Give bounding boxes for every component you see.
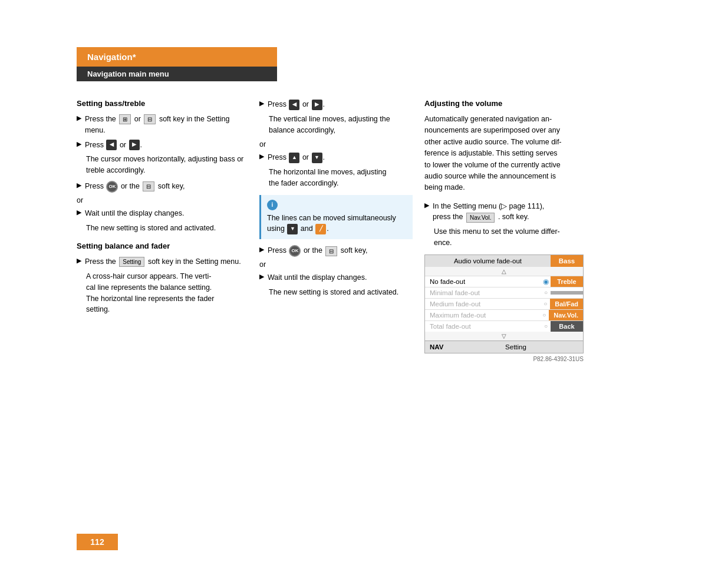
bullet-text: Press the Setting soft key in the Settin… [85, 256, 241, 267]
arrow-down: ▽ [425, 332, 583, 340]
info-icon: i [267, 200, 278, 210]
nav-title: Navigation* [87, 52, 136, 62]
radio-empty: ○ [539, 312, 549, 318]
table-row: No fade-out ◉ Treble [425, 276, 583, 287]
balfad-button[interactable]: Bal/Fad [550, 299, 583, 309]
right-para1: Automatically generated navigation an- n… [424, 114, 607, 194]
radio-selected: ◉ [541, 277, 551, 286]
list-item: ▶ Press ◀ or ▶. [259, 99, 413, 110]
bullet-arrow: ▶ [77, 257, 81, 265]
section2-heading: Setting balance and fader [77, 242, 248, 250]
row-label: Minimal fade-out [425, 287, 541, 298]
para-text: The vertical line moves, adjusting the b… [269, 114, 413, 136]
soft-key-icon4: ⊟ [325, 246, 337, 256]
audio-table-footer: NAV Setting [425, 340, 583, 353]
slash-icon: ╱ [315, 224, 326, 234]
page-wrapper: Navigation* Navigation main menu Setting… [0, 47, 728, 562]
list-item: ▶ Press the ⊞ or ⊟ soft key in the Setti… [77, 114, 248, 136]
row-label: Maximum fade-out [425, 310, 539, 320]
para-text: The cursor moves horizontally, adjusting… [86, 154, 248, 176]
back-button[interactable]: Back [551, 321, 583, 332]
bullet-arrow: ▶ [259, 246, 264, 253]
or-text: or [77, 196, 248, 204]
navvol-button[interactable]: Nav.Vol. [549, 310, 583, 320]
para-text: The new setting is stored and activated. [86, 223, 248, 234]
soft-key-icon3: ⊟ [143, 181, 154, 191]
right-para2: Use this menu to set the volume differ- … [434, 226, 607, 249]
row-label: No fade-out [425, 276, 541, 287]
or-text: or [259, 260, 413, 269]
page-number: 112 [77, 534, 118, 550]
caption-text: P82.86-4392-31US [424, 356, 584, 362]
bullet-text: Press the ⊞ or ⊟ soft key in the Setting… [85, 114, 248, 136]
footer-setting: Setting [449, 341, 583, 353]
bullet-text: Press OK or the ⊟ soft key, [268, 245, 367, 257]
table-row: Total fade-out ○ Back [425, 320, 583, 332]
bullet-text: Press ▲ or ▼. [268, 152, 325, 163]
list-item: ▶ Press OK or the ⊟ soft key, [259, 245, 413, 257]
bass-button[interactable]: Bass [551, 255, 583, 267]
row-label: Medium fade-out [425, 299, 541, 309]
or-text: or [259, 140, 413, 148]
bullet-arrow: ▶ [424, 201, 429, 209]
bullet-text: Wait until the display changes. [268, 272, 367, 283]
list-item: ▶ In the Setting menu (▷ page 111), pres… [424, 201, 607, 223]
content-area: Setting bass/treble ▶ Press the ⊞ or ⊟ s… [77, 99, 651, 362]
audio-table-title: Audio volume fade-out [425, 255, 551, 267]
table-row: Minimal fade-out ○ [425, 287, 583, 298]
list-item: ▶ Press ▲ or ▼. [259, 152, 413, 163]
down-icon: ▼ [312, 153, 322, 163]
treble-button[interactable]: Treble [551, 276, 583, 287]
audio-table-header: Audio volume fade-out Bass [425, 255, 583, 267]
bullet-arrow: ▶ [77, 140, 81, 148]
para-text: The horizontal line moves, adjusting the… [269, 167, 413, 189]
para-text: A cross-hair cursor appears. The verti- … [86, 271, 248, 315]
nav-subtitle: Navigation main menu [87, 70, 169, 78]
ok-icon2: OK [289, 245, 301, 257]
table-row: Medium fade-out ○ Bal/Fad [425, 298, 583, 309]
arrow-up: △ [425, 267, 583, 276]
list-item: ▶ Wait until the display changes. [259, 272, 413, 283]
col-middle: ▶ Press ◀ or ▶. The vertical line moves,… [259, 99, 424, 362]
down-icon2: ▼ [287, 224, 298, 234]
list-item: ▶ Press ◀ or ▶. [77, 140, 248, 151]
list-item: ▶ Press OK or the ⊟ soft key, [77, 181, 248, 193]
bullet-arrow: ▶ [259, 153, 264, 160]
header-section: Navigation* Navigation main menu [77, 47, 277, 81]
bullet-text: Wait until the display changes. [85, 208, 184, 219]
right-arrow-icon: ▶ [129, 140, 140, 150]
soft-key-navvol: Nav.Vol. [466, 213, 495, 223]
bullet-arrow: ▶ [259, 273, 264, 280]
footer-nav: NAV [425, 341, 449, 353]
soft-key-setting: Setting [119, 257, 144, 267]
next-icon: ▶ [312, 100, 322, 110]
nav-subtitle-bar: Navigation main menu [77, 67, 277, 81]
bullet-text: In the Setting menu (▷ page 111), press … [433, 201, 544, 223]
left-arrow-icon: ◀ [106, 140, 117, 150]
soft-key-icon2: ⊟ [144, 114, 156, 124]
info-box: i The lines can be moved simultaneously … [259, 195, 413, 240]
col-left: Setting bass/treble ▶ Press the ⊞ or ⊟ s… [77, 99, 259, 362]
bullet-text: Press ◀ or ▶. [268, 99, 325, 110]
nav-title-bar: Navigation* [77, 47, 277, 67]
radio-empty: ○ [541, 323, 551, 329]
list-item: ▶ Press the Setting soft key in the Sett… [77, 256, 248, 267]
prev-icon: ◀ [289, 100, 299, 110]
table-row: Maximum fade-out ○ Nav.Vol. [425, 309, 583, 320]
bullet-arrow: ▶ [77, 114, 81, 122]
right-heading: Adjusting the volume [424, 99, 607, 108]
radio-empty: ○ [541, 300, 550, 307]
bullet-arrow: ▶ [77, 209, 81, 216]
up-icon: ▲ [289, 153, 299, 163]
section1-heading: Setting bass/treble [77, 99, 248, 108]
para-text: The new setting is stored and activated. [269, 287, 413, 298]
col-right: Adjusting the volume Automatically gener… [424, 99, 607, 362]
ok-button-icon: OK [106, 181, 118, 193]
soft-key-icon: ⊞ [119, 114, 131, 124]
audio-table: Audio volume fade-out Bass △ No fade-out… [424, 254, 584, 353]
bullet-text: Press ◀ or ▶. [85, 140, 142, 151]
list-item: ▶ Wait until the display changes. [77, 208, 248, 219]
bullet-arrow: ▶ [77, 181, 81, 189]
empty-button [551, 291, 583, 295]
bullet-arrow: ▶ [259, 100, 264, 107]
